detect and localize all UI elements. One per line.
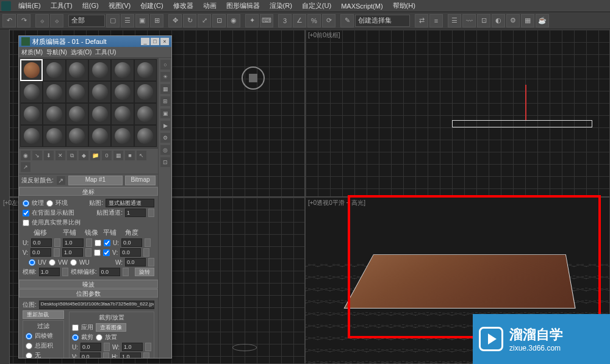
material-id-button[interactable]: 0 bbox=[101, 150, 112, 161]
keyboard-button[interactable]: ⌨ bbox=[260, 14, 273, 27]
sample-slot-8[interactable] bbox=[43, 81, 65, 103]
schematic-button[interactable]: ⊡ bbox=[477, 14, 490, 27]
spinner-buttons[interactable] bbox=[62, 268, 68, 276]
show-map-button[interactable]: ▦ bbox=[113, 150, 124, 161]
sample-slot-13[interactable] bbox=[20, 103, 43, 125]
material-editor-button[interactable]: ◐ bbox=[492, 14, 505, 27]
rotate-button[interactable]: ↻ bbox=[183, 14, 196, 27]
spinner-buttons[interactable] bbox=[145, 238, 151, 247]
spinner-buttons[interactable] bbox=[143, 352, 149, 358]
mat-menu-material[interactable]: 材质(M) bbox=[21, 48, 43, 57]
crop-h-spinner[interactable]: 1.0 bbox=[120, 352, 141, 358]
minimize-button[interactable]: _ bbox=[141, 38, 149, 45]
go-forward-button[interactable]: ↗ bbox=[20, 162, 31, 173]
crop-u-spinner[interactable]: 0.0 bbox=[81, 343, 101, 351]
v-tile-checkbox[interactable] bbox=[103, 249, 110, 256]
viewport-top-right[interactable]: [+0前0线框] bbox=[305, 29, 610, 197]
show-end-result-button[interactable]: ■ bbox=[124, 150, 135, 161]
link-button[interactable]: ⟐ bbox=[35, 14, 49, 27]
spinner-buttons[interactable] bbox=[85, 248, 92, 257]
pyramidal-radio[interactable] bbox=[26, 333, 32, 340]
manipulate-button[interactable]: ✦ bbox=[245, 14, 259, 27]
bitmap-params-header[interactable]: 位图参数 bbox=[19, 289, 158, 298]
filter-none-radio[interactable] bbox=[26, 352, 32, 359]
undo-button[interactable]: ↶ bbox=[2, 14, 16, 27]
ref-coord-button[interactable]: ⊡ bbox=[212, 14, 226, 27]
sample-slot-17[interactable] bbox=[111, 103, 134, 125]
crop-v-spinner[interactable]: 0.0 bbox=[80, 352, 101, 358]
menu-create[interactable]: 创建(C) bbox=[135, 0, 168, 12]
render-setup-button[interactable]: ⚙ bbox=[506, 14, 520, 27]
scale-button[interactable]: ⤢ bbox=[198, 14, 211, 27]
menu-rendering[interactable]: 渲染(R) bbox=[265, 0, 297, 12]
v-mirror-checkbox[interactable] bbox=[94, 249, 101, 256]
select-by-material-button[interactable]: ◎ bbox=[160, 145, 171, 155]
mat-menu-navigation[interactable]: 导航(N) bbox=[46, 48, 67, 57]
place-radio[interactable] bbox=[96, 334, 102, 341]
options-button[interactable]: ⚙ bbox=[160, 132, 171, 143]
menu-edit[interactable]: 编辑(E) bbox=[13, 0, 46, 12]
backlight-button[interactable]: ☀ bbox=[160, 71, 171, 82]
uv-radio[interactable] bbox=[29, 259, 35, 266]
angle-snap-button[interactable]: ∠ bbox=[293, 14, 306, 27]
spinner-buttons[interactable] bbox=[148, 258, 154, 266]
viewport-label-front[interactable]: [+0前0线框] bbox=[308, 31, 340, 40]
sample-slot-10[interactable] bbox=[88, 81, 111, 103]
pick-map-button[interactable]: ↗ bbox=[56, 176, 66, 185]
u-offset-spinner[interactable]: 0.0 bbox=[31, 238, 52, 247]
coordinates-rollout-header[interactable]: 坐标 bbox=[19, 187, 158, 196]
move-button[interactable]: ✥ bbox=[168, 14, 182, 27]
named-selection-dropdown[interactable]: 创建选择集 bbox=[355, 15, 410, 27]
make-unique-button[interactable]: ◆ bbox=[78, 150, 89, 161]
sample-slot-15[interactable] bbox=[66, 103, 88, 125]
percent-snap-button[interactable]: % bbox=[307, 14, 321, 27]
sample-slot-21[interactable] bbox=[66, 125, 88, 147]
u-tile-checkbox[interactable] bbox=[104, 240, 110, 246]
texture-radio[interactable] bbox=[23, 200, 29, 207]
blur-offset-spinner[interactable]: 0.0 bbox=[99, 268, 120, 276]
use-real-world-checkbox[interactable] bbox=[23, 219, 29, 226]
mat-menu-options[interactable]: 选项(O) bbox=[71, 48, 92, 57]
summed-radio[interactable] bbox=[26, 343, 32, 349]
spinner-snap-button[interactable]: ⟳ bbox=[322, 14, 336, 27]
u-tiling-spinner[interactable]: 1.0 bbox=[63, 238, 84, 247]
rotate-button[interactable]: 旋转 bbox=[135, 268, 154, 276]
view-image-button[interactable]: 查看图像 bbox=[96, 323, 126, 332]
unlink-button[interactable]: ⟐ bbox=[50, 14, 63, 27]
sample-type-button[interactable]: ○ bbox=[160, 59, 171, 70]
v-tiling-spinner[interactable]: 1.0 bbox=[62, 248, 83, 257]
sample-uv-button[interactable]: ⊞ bbox=[160, 96, 171, 107]
crop-w-spinner[interactable]: 1.0 bbox=[122, 343, 143, 351]
make-copy-button[interactable]: ⧉ bbox=[66, 150, 77, 161]
menu-animation[interactable]: 动画 bbox=[198, 0, 221, 12]
sample-slot-6[interactable] bbox=[134, 59, 157, 81]
spinner-buttons[interactable] bbox=[103, 352, 109, 358]
map-channel-spinner[interactable]: 1 bbox=[125, 209, 146, 217]
window-crossing-button[interactable]: ⊞ bbox=[150, 14, 163, 27]
sample-slot-12[interactable] bbox=[134, 81, 157, 103]
material-editor-titlebar[interactable]: 材质编辑器 - 01 - Default _ □ × bbox=[19, 36, 171, 47]
close-button[interactable]: × bbox=[160, 38, 169, 45]
noise-rollout-header[interactable]: 噪波 bbox=[19, 280, 158, 288]
sample-slot-7[interactable] bbox=[20, 81, 43, 103]
named-sel-edit-button[interactable]: ✎ bbox=[340, 14, 354, 27]
sample-slot-5[interactable] bbox=[111, 59, 134, 81]
spinner-buttons[interactable] bbox=[123, 268, 129, 276]
wu-radio[interactable] bbox=[70, 259, 77, 266]
spinner-buttons[interactable] bbox=[145, 343, 151, 351]
put-to-scene-button[interactable]: ↘ bbox=[32, 150, 43, 161]
v-offset-spinner[interactable]: 0.0 bbox=[30, 248, 51, 257]
make-preview-button[interactable]: ▶ bbox=[160, 120, 171, 131]
render-frame-button[interactable]: ▦ bbox=[521, 14, 534, 27]
assign-button[interactable]: ⬇ bbox=[43, 150, 54, 161]
u-mirror-checkbox[interactable] bbox=[95, 240, 101, 246]
v-angle-spinner[interactable]: 0.0 bbox=[120, 248, 141, 257]
spinner-buttons[interactable] bbox=[54, 248, 60, 257]
crop-radio[interactable] bbox=[72, 334, 79, 341]
sample-slot-2[interactable] bbox=[43, 59, 65, 81]
reload-button[interactable]: 重新加载 bbox=[23, 310, 64, 319]
sample-slot-4[interactable] bbox=[88, 59, 111, 81]
maximize-button[interactable]: □ bbox=[151, 38, 159, 45]
view-cube-icon[interactable] bbox=[242, 66, 265, 90]
menu-help[interactable]: 帮助(H) bbox=[388, 0, 420, 12]
